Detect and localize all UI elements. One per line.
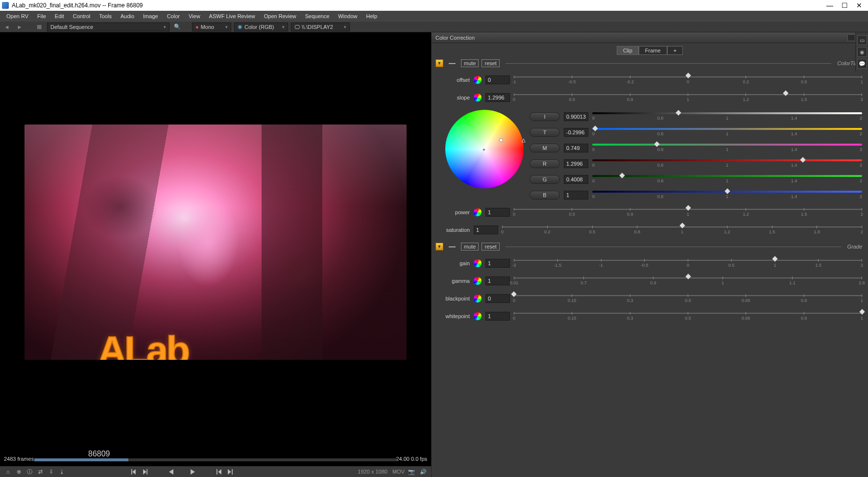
select-tool-icon[interactable]: ▭ — [857, 35, 867, 45]
param-value-blackpoint[interactable]: 0 — [485, 294, 510, 303]
tab-+[interactable]: + — [667, 46, 683, 55]
channel-T-value[interactable]: -0.2996 — [564, 128, 588, 137]
globe-icon[interactable]: ⊕ — [14, 467, 24, 476]
param-slider[interactable] — [514, 75, 862, 85]
section-collapse-button[interactable]: — — [446, 59, 458, 68]
color-tool-icon[interactable]: ◉ — [857, 47, 867, 57]
search-icon[interactable]: 🔍 — [172, 23, 182, 31]
skip-fwd-button[interactable] — [225, 467, 235, 476]
mute-button[interactable]: mute — [461, 59, 479, 67]
sequence-icon[interactable]: ▦ — [34, 23, 44, 31]
nav-back-button[interactable]: ◄ — [2, 23, 12, 31]
slope-color-wheel[interactable]: +△ — [445, 110, 524, 188]
channel-G-value[interactable]: 0.4008 — [564, 175, 588, 184]
channel-G-slider[interactable]: 00.811.42 — [592, 175, 862, 184]
info-icon[interactable]: ⓘ — [24, 467, 34, 476]
param-slider[interactable] — [514, 207, 862, 218]
channel-T-slider[interactable]: 00.811.42 — [592, 127, 862, 137]
step-back-button[interactable] — [129, 467, 139, 476]
param-slider[interactable] — [514, 258, 862, 269]
audio-icon[interactable]: 🔊 — [418, 467, 428, 476]
menu-open-review[interactable]: Open Review — [260, 12, 301, 21]
mono-dropdown[interactable]: ●Mono — [192, 23, 231, 31]
step-fwd-button[interactable] — [140, 467, 149, 476]
param-slider[interactable] — [514, 92, 862, 103]
channel-I-value[interactable]: 0.90013 — [564, 112, 588, 121]
color-wheel-icon[interactable] — [474, 76, 482, 84]
nav-fwd-button[interactable]: ► — [15, 23, 24, 31]
channel-R-value[interactable]: 1.2996 — [564, 159, 588, 168]
image-viewport[interactable]: ALab An Open Source USD Environment — [0, 32, 431, 452]
param-value-saturation[interactable]: 1 — [474, 226, 498, 234]
param-value-gain[interactable]: 1 — [485, 259, 510, 268]
skip-back-button[interactable] — [214, 467, 224, 476]
param-value-whitepoint[interactable]: 1 — [485, 312, 510, 321]
menu-view[interactable]: View — [184, 12, 205, 21]
channel-G-button[interactable]: G — [530, 175, 560, 184]
sequence-dropdown[interactable]: Default Sequence — [47, 23, 169, 31]
channel-M-slider[interactable]: 00.811.42 — [592, 143, 862, 153]
maximize-button[interactable]: ☐ — [842, 2, 847, 8]
section-collapse-button[interactable]: — — [446, 242, 458, 251]
color-wheel-icon[interactable] — [474, 312, 482, 320]
menu-image[interactable]: Image — [139, 12, 163, 21]
minimize-button[interactable]: — — [827, 2, 833, 8]
colorspace-dropdown[interactable]: ◉Color (RGB) — [234, 23, 288, 31]
section-toggle-icon[interactable]: ▼ — [435, 59, 443, 67]
menu-sequence[interactable]: Sequence — [301, 12, 334, 21]
param-slider[interactable] — [502, 225, 862, 235]
color-wheel-icon[interactable] — [474, 295, 482, 302]
menu-help[interactable]: Help — [362, 12, 382, 21]
channel-T-button[interactable]: T — [530, 128, 560, 137]
param-value-gamma[interactable]: 1 — [485, 276, 510, 285]
camera-icon[interactable]: 📷 — [407, 467, 416, 476]
menu-audio[interactable]: Audio — [116, 12, 139, 21]
channel-M-value[interactable]: 0.749 — [564, 144, 588, 152]
param-value-power[interactable]: 1 — [485, 208, 510, 217]
color-wheel-icon[interactable] — [474, 94, 482, 101]
channel-I-button[interactable]: I — [530, 112, 560, 121]
download-icon[interactable]: ⭳ — [57, 467, 67, 476]
menu-file[interactable]: File — [33, 12, 50, 21]
timeline-track[interactable] — [34, 458, 397, 461]
color-wheel-icon[interactable] — [474, 259, 482, 267]
menu-window[interactable]: Window — [334, 12, 362, 21]
menu-open-rv[interactable]: Open RV — [2, 12, 33, 21]
channel-I-slider[interactable]: 00.811.42 — [592, 112, 862, 122]
mute-button[interactable]: mute — [461, 243, 479, 251]
home-icon[interactable]: ⌂ — [3, 467, 13, 476]
tab-clip[interactable]: Clip — [617, 46, 639, 55]
tab-frame[interactable]: Frame — [639, 46, 667, 55]
param-slider[interactable] — [514, 311, 862, 322]
param-value-slope[interactable]: 1.2996 — [485, 93, 510, 102]
menu-aswf-live-review[interactable]: ASWF Live Review — [205, 12, 260, 21]
timeline[interactable]: 2483 frames 86809 24.00 0.0 fps — [0, 452, 431, 466]
menu-color[interactable]: Color — [163, 12, 184, 21]
reset-button[interactable]: reset — [482, 59, 499, 67]
channel-R-slider[interactable]: 00.811.42 — [592, 159, 862, 169]
menu-edit[interactable]: Edit — [50, 12, 69, 21]
reset-button[interactable]: reset — [482, 243, 499, 251]
channel-B-slider[interactable]: 00.811.42 — [592, 190, 862, 200]
channel-B-value[interactable]: 1 — [564, 191, 588, 200]
param-value-offset[interactable]: 0 — [485, 75, 510, 84]
play-button[interactable] — [188, 467, 197, 476]
channel-B-button[interactable]: B — [530, 191, 560, 200]
menu-control[interactable]: Control — [69, 12, 95, 21]
play-back-button[interactable] — [166, 467, 176, 476]
pin-icon[interactable]: ⇩ — [46, 467, 56, 476]
color-wheel-icon[interactable] — [474, 277, 482, 285]
menu-tools[interactable]: Tools — [95, 12, 116, 21]
section-toggle-icon[interactable]: ▼ — [435, 243, 443, 251]
loop-icon[interactable]: ⇄ — [35, 467, 45, 476]
channel-M-button[interactable]: M — [530, 144, 560, 152]
channel-R-button[interactable]: R — [530, 159, 560, 168]
close-button[interactable]: ✕ — [856, 2, 862, 8]
annotate-tool-icon[interactable]: 💬 — [857, 59, 867, 69]
param-label-saturation: saturation — [435, 227, 470, 233]
display-dropdown[interactable]: 🖵\\.\DISPLAY2 — [291, 23, 350, 31]
panel-dock-icon[interactable] — [847, 34, 855, 41]
param-slider[interactable] — [514, 293, 862, 304]
color-wheel-icon[interactable] — [474, 208, 482, 216]
param-slider[interactable] — [514, 276, 862, 286]
